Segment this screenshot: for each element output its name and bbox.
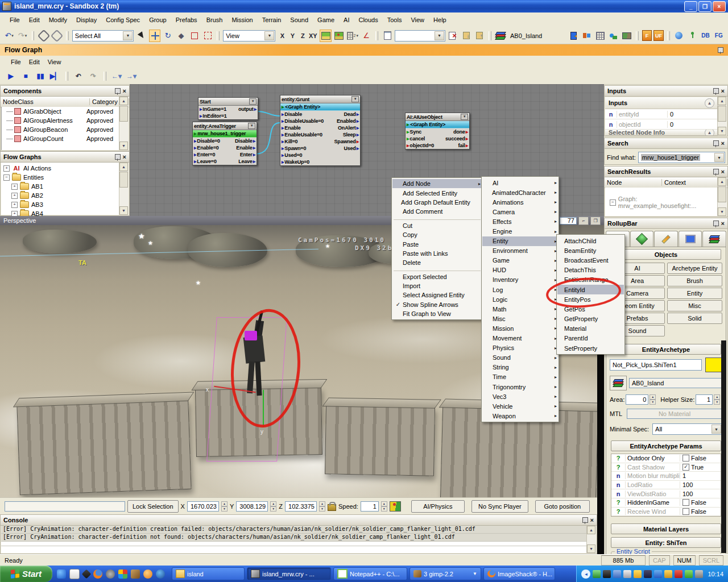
terrain-paint-icon[interactable] [320, 30, 331, 42]
close-icon[interactable]: × [721, 221, 725, 226]
windows-update-icon[interactable] [118, 569, 127, 579]
category-menu-item[interactable]: Time▸ [482, 372, 558, 382]
category-menu-item[interactable]: Weapon▸ [482, 411, 558, 421]
concrete-barrier[interactable] [16, 400, 191, 495]
category-menu-item[interactable]: Game▸ [482, 256, 558, 265]
select-object-icon[interactable] [189, 30, 200, 42]
archetype-name-field[interactable]: Not_Pick_Ups.ShiTen1 [610, 359, 702, 371]
object-type-button[interactable]: Entity [667, 288, 722, 299]
context-menu-item[interactable] [394, 268, 481, 271]
selected-node-info-header[interactable]: Selected Node Info▲ [605, 130, 718, 136]
menu-item[interactable]: File [6, 15, 24, 25]
export-icon[interactable]: ↓ [460, 30, 471, 42]
z-coordinate-field[interactable]: 102.3375 [285, 501, 317, 512]
task-sandbox[interactable]: island_mrw.cry - ... [247, 567, 331, 580]
close-icon[interactable]: × [590, 518, 594, 522]
tray-chevron-icon[interactable]: ◂ [581, 569, 590, 579]
menu-item[interactable]: AI [340, 15, 353, 25]
components-scrollbar[interactable]: ▲▼ [119, 97, 129, 150]
results-header[interactable]: Node Context [605, 177, 727, 188]
material-field[interactable]: No Material [627, 409, 722, 419]
link-icon[interactable] [38, 30, 49, 42]
context-menu-item[interactable]: Paste [392, 239, 482, 248]
components-header[interactable]: NodeClass Category [1, 97, 129, 107]
tray-icon[interactable] [634, 570, 642, 578]
selection-handle[interactable] [245, 331, 257, 340]
entity-menu-item[interactable]: AttachChild [557, 236, 624, 246]
menu-item[interactable]: Modify [45, 15, 71, 25]
find-what-combo[interactable]: mrw_house1_trigger▼ [638, 152, 725, 163]
input-row[interactable]: nentityId0 [605, 109, 718, 119]
tray-icon[interactable] [603, 570, 611, 578]
category-menu-item[interactable]: Mission▸ [482, 323, 558, 333]
clock[interactable]: 10:14 [708, 571, 723, 577]
context-menu-item[interactable] [394, 217, 481, 220]
param-checkbox[interactable]: ✓ [682, 499, 689, 506]
tray-icon[interactable] [675, 570, 682, 578]
menu-item[interactable]: Edit [25, 57, 44, 67]
category-menu-item[interactable]: HUD▸ [482, 265, 558, 275]
minimize-button[interactable]: _ [684, 1, 697, 12]
move-tool-icon[interactable] [149, 30, 160, 42]
pin-icon[interactable] [713, 88, 719, 94]
category-menu-item[interactable]: Math▸ [482, 304, 558, 314]
close-icon[interactable]: × [123, 89, 126, 93]
speed-spinner[interactable]: ▲▼ [381, 501, 387, 512]
database-view-icon[interactable]: DB [700, 30, 711, 42]
play-icon[interactable]: ▶ [5, 70, 17, 82]
area-spinner[interactable]: ▲▼ [650, 394, 656, 405]
flowgraphs-scrollbar[interactable]: ▲▼ [119, 163, 129, 215]
axis-lock-button[interactable]: XY [308, 31, 318, 41]
ie-icon[interactable] [57, 569, 66, 579]
entityarchetype-header[interactable]: EntityArchetype [611, 344, 721, 355]
category-menu-item[interactable]: Animations▸ [482, 197, 558, 207]
context-menu-item[interactable]: Import [392, 281, 482, 290]
lock-axis-icon[interactable] [328, 504, 336, 511]
task-notepadpp[interactable]: Notepad++ - C:\... [333, 567, 407, 580]
console-scrollbar[interactable]: ▲▼ [586, 526, 596, 553]
category-menu-item[interactable]: Effects▸ [482, 217, 558, 226]
context-menu-item[interactable]: Delete [392, 258, 482, 267]
node-menu-icon[interactable]: ▼ [249, 98, 257, 105]
entity-shiten-header[interactable]: Entity: ShiTen [611, 537, 721, 548]
context-menu-item[interactable]: Add Node▸ [392, 179, 482, 188]
material-layers-header[interactable]: Material Layers [611, 523, 721, 534]
category-menu-item[interactable]: Trigonomtry▸ [482, 382, 558, 392]
modelling-tab[interactable] [654, 231, 678, 247]
entity-menu-item[interactable]: GetPos [557, 304, 624, 314]
notepad-icon[interactable] [69, 569, 80, 579]
current-layer-combo[interactable]: AB0_Island [508, 30, 564, 41]
ai-character-icon[interactable] [607, 30, 619, 42]
category-menu-item[interactable]: Sound▸ [482, 353, 558, 363]
area-select-icon[interactable] [202, 30, 213, 42]
category-menu-item[interactable]: AnimatedCharacter▸ [482, 188, 558, 197]
component-row[interactable]: AIGroupCountApproved [2, 134, 119, 143]
console-input[interactable] [1, 546, 587, 553]
category-menu-item[interactable]: Vec3▸ [482, 392, 558, 401]
pin-icon[interactable] [713, 221, 719, 226]
y-spinner[interactable]: ▲▼ [270, 501, 276, 512]
pin-icon[interactable] [115, 88, 121, 94]
param-row[interactable]: nViewDistRatio✓100 [611, 489, 721, 498]
select-tool-icon[interactable] [135, 30, 147, 42]
title-bar[interactable]: island_mrw.cry - Sandbox 2 (tm) _ ❐ × [0, 0, 728, 13]
collapse-icon[interactable]: ▲ [705, 98, 714, 108]
entity-menu-item[interactable]: EntityId [557, 285, 624, 294]
terrain-elevation-icon[interactable] [333, 30, 345, 42]
node-aiuseobject[interactable]: AI:AIUseObject▼ <Graph Entity> Syncdonec… [405, 113, 470, 149]
stop-icon[interactable]: ■ [19, 70, 32, 82]
view-filter-combo[interactable]: View▼ [223, 30, 275, 41]
context-menu-item[interactable]: Export Selected [392, 272, 482, 281]
node-menu-icon[interactable]: ▼ [461, 114, 468, 120]
close-icon[interactable]: × [123, 155, 126, 159]
ai-physics-button[interactable]: AI/Physics [411, 500, 465, 513]
tray-icon[interactable] [644, 570, 652, 578]
collapse-icon[interactable]: − [610, 199, 616, 206]
terrain-snap-icon[interactable] [390, 501, 401, 512]
entity-menu-item[interactable]: Material [557, 324, 624, 334]
close-button[interactable]: × [713, 1, 726, 12]
unlink-icon[interactable] [51, 30, 63, 42]
menu-item[interactable]: Tools [383, 15, 406, 25]
entity-menu-item[interactable]: GetProperty [557, 314, 624, 324]
context-menu-item[interactable]: Cut [392, 221, 482, 230]
